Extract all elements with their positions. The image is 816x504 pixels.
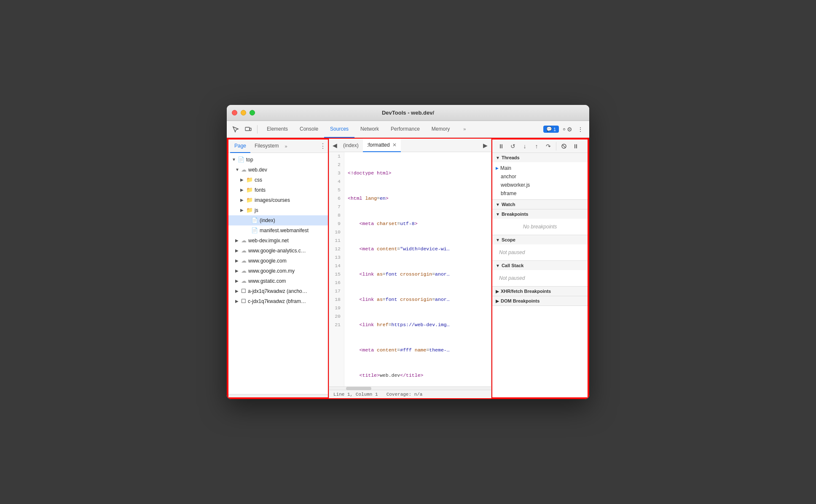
tab-page[interactable]: Page xyxy=(230,139,250,153)
left-scrollbar-horizontal[interactable] xyxy=(228,394,328,397)
editor-coverage: Coverage: n/a xyxy=(387,390,423,399)
dom-breakpoints-header[interactable]: ▶ DOM Breakpoints xyxy=(492,296,588,306)
comment-icon: 💬 xyxy=(546,126,552,132)
watch-arrow: ▼ xyxy=(496,202,500,207)
code-scrollbar-horizontal[interactable] xyxy=(329,386,491,390)
devtools-body: Page Filesystem » ⋮ ▼ 📄 top ▼ ☁ web.dev xyxy=(227,138,589,399)
scrollbar-thumb[interactable] xyxy=(346,387,371,390)
device-toggle-icon[interactable] xyxy=(243,124,254,135)
code-editor: 12345 678910 1112131415 1617181920 21 <!… xyxy=(329,152,491,398)
tree-item-css[interactable]: ▶ 📁 css xyxy=(228,175,328,185)
arrow-icon: ▶ xyxy=(235,257,241,265)
scope-header[interactable]: ▼ Scope xyxy=(492,235,588,244)
svg-rect-0 xyxy=(245,127,250,131)
editor-tab-close-button[interactable]: ✕ xyxy=(392,142,397,148)
close-button[interactable] xyxy=(232,110,237,115)
cloud-icon: ☁ xyxy=(241,166,247,174)
toolbar-separator xyxy=(257,125,258,134)
left-panel-menu[interactable]: ⋮ xyxy=(319,142,326,150)
tab-performance[interactable]: Performance xyxy=(385,121,426,138)
maximize-button[interactable] xyxy=(250,110,255,115)
breakpoints-arrow: ▼ xyxy=(496,212,500,217)
thread-bframe[interactable]: bframe xyxy=(492,189,588,198)
folder-icon: 📁 xyxy=(246,206,253,214)
tree-item-google[interactable]: ▶ ☁ www.google.com xyxy=(228,256,328,266)
tab-elements[interactable]: Elements xyxy=(261,121,294,138)
tree-item-webdev[interactable]: ▼ ☁ web.dev xyxy=(228,165,328,175)
step-into-button[interactable]: ↓ xyxy=(519,141,530,152)
arrow-icon: ▶ xyxy=(240,176,246,184)
xhr-header[interactable]: ▶ XHR/fetch Breakpoints xyxy=(492,287,588,296)
comment-badge[interactable]: 💬 1 xyxy=(543,126,559,133)
watch-header[interactable]: ▼ Watch xyxy=(492,200,588,209)
arrow-icon: ▶ xyxy=(240,206,246,214)
thread-anchor[interactable]: anchor xyxy=(492,172,588,181)
threads-arrow: ▼ xyxy=(496,155,500,160)
inspect-icon[interactable] xyxy=(230,124,241,135)
scope-content: Not paused xyxy=(492,244,588,260)
tab-sources[interactable]: Sources xyxy=(324,121,354,138)
tree-item-top[interactable]: ▼ 📄 top xyxy=(228,155,328,165)
editor-tab-formatted[interactable]: :formatted ✕ xyxy=(363,139,401,152)
pause-button[interactable]: ⏸ xyxy=(496,141,507,152)
tree-item-anchor[interactable]: ▶ ☐ a-jdx1q7kwadwz (ancho… xyxy=(228,286,328,296)
more-left-tabs[interactable]: » xyxy=(285,144,287,149)
main-toolbar: Elements Console Sources Network Perform… xyxy=(227,121,589,138)
editor-tab-index[interactable]: (index) xyxy=(339,139,363,152)
step-out-button[interactable]: ↑ xyxy=(531,141,542,152)
more-tabs-button[interactable]: » xyxy=(457,121,472,138)
threads-header[interactable]: ▼ Threads xyxy=(492,153,588,162)
editor-tab-next-button[interactable]: ▶ xyxy=(481,142,489,149)
arrow-icon: ▶ xyxy=(235,236,241,245)
thread-main[interactable]: Main xyxy=(492,164,588,172)
dom-breakpoints-section: ▶ DOM Breakpoints xyxy=(492,296,588,306)
tab-memory[interactable]: Memory xyxy=(426,121,456,138)
pause-on-exception-button[interactable]: ⏸ xyxy=(570,141,581,152)
arrow-icon: ▼ xyxy=(232,155,238,164)
line-numbers: 12345 678910 1112131415 1617181920 21 xyxy=(329,152,344,386)
step-button[interactable]: ↷ xyxy=(543,141,554,152)
tree-item-analytics[interactable]: ▶ ☁ www.google-analytics.c… xyxy=(228,246,328,256)
tree-item-manifest[interactable]: 📄 manifest.webmanifest xyxy=(228,225,328,236)
tree-item-imgix[interactable]: ▶ ☁ web-dev.imgix.net xyxy=(228,236,328,246)
titlebar: DevTools - web.dev/ xyxy=(227,105,589,121)
tree-item-googlemy[interactable]: ▶ ☁ www.google.com.my xyxy=(228,266,328,276)
minimize-button[interactable] xyxy=(241,110,246,115)
more-options-icon[interactable]: ⋮ xyxy=(575,124,586,135)
arrow-icon: ▶ xyxy=(240,196,246,204)
debugger-toolbar: ⏸ ↺ ↓ ↑ ↷ ⏸ xyxy=(492,139,588,153)
tab-filesystem[interactable]: Filesystem xyxy=(250,139,283,153)
thread-webworker[interactable]: webworker.js xyxy=(492,181,588,189)
tree-item-js[interactable]: ▶ 📁 js xyxy=(228,205,328,215)
arrow-icon: ▶ xyxy=(235,247,241,255)
tab-console[interactable]: Console xyxy=(294,121,324,138)
tree-item-fonts[interactable]: ▶ 📁 fonts xyxy=(228,185,328,195)
xhr-section: ▶ XHR/fetch Breakpoints xyxy=(492,287,588,296)
editor-tab-prev-button[interactable]: ◀ xyxy=(331,142,339,149)
arrow-icon: ▶ xyxy=(240,186,246,194)
dom-arrow: ▶ xyxy=(496,299,499,303)
step-over-button[interactable]: ↺ xyxy=(507,141,518,152)
code-content: <!doctype html> <html lang=en> <meta cha… xyxy=(344,152,491,386)
svg-line-3 xyxy=(562,145,566,148)
tree-item-index[interactable]: 📄 (index) xyxy=(228,215,328,225)
debugger-separator xyxy=(556,142,556,150)
code-area[interactable]: 12345 678910 1112131415 1617181920 21 <!… xyxy=(329,152,491,386)
breakpoints-header[interactable]: ▼ Breakpoints xyxy=(492,209,588,219)
tree-item-gstatic[interactable]: ▶ ☁ www.gstatic.com xyxy=(228,276,328,286)
callstack-header[interactable]: ▼ Call Stack xyxy=(492,261,588,270)
no-breakpoints-text: No breakpoints xyxy=(492,220,588,233)
window-title: DevTools - web.dev/ xyxy=(382,110,434,116)
scope-arrow: ▼ xyxy=(496,238,500,242)
deactivate-breakpoints-button[interactable] xyxy=(558,141,569,152)
tab-network[interactable]: Network xyxy=(354,121,385,138)
tree-item-images[interactable]: ▶ 📁 images/courses xyxy=(228,195,328,205)
settings-icon[interactable]: ⚙ xyxy=(561,124,572,135)
file-icon: 📄 xyxy=(251,226,258,235)
breakpoints-content: No breakpoints xyxy=(492,219,588,235)
tree-item-bframe[interactable]: ▶ ☐ c-jdx1q7kwadwz (bfram… xyxy=(228,296,328,306)
cloud-icon: ☁ xyxy=(241,247,247,255)
folder-icon: 📄 xyxy=(238,155,244,164)
callstack-section: ▼ Call Stack Not paused xyxy=(492,261,588,287)
folder-icon: 📁 xyxy=(246,186,253,194)
